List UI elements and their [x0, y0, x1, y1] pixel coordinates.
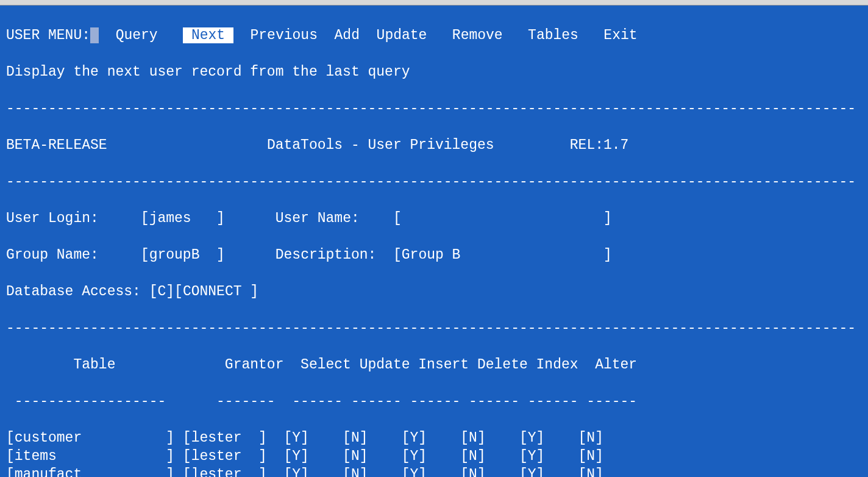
menu-item-update[interactable]: Update: [377, 27, 427, 43]
header-right: REL:1.7: [570, 137, 629, 153]
table-row[interactable]: [manufact ] [lester ] [Y] [N] [Y] [N] [Y…: [6, 465, 862, 477]
menu-item-remove[interactable]: Remove: [452, 27, 503, 43]
divider: ----------------------------------------…: [6, 99, 862, 118]
divider: ----------------------------------------…: [6, 173, 862, 191]
db-access-text-field[interactable]: CONNECT: [183, 284, 250, 299]
description-label: Description:: [276, 247, 377, 263]
form-row-2: Group Name: [groupB ] Description: [Grou…: [6, 246, 862, 264]
db-access-code-field[interactable]: C: [157, 284, 166, 299]
table-body: [customer ] [lester ] [Y] [N] [Y] [N] [Y…: [6, 429, 862, 477]
group-name-field[interactable]: groupB: [149, 247, 216, 263]
header-center: DataTools - User Privileges: [267, 137, 494, 153]
menu-item-query[interactable]: Query: [116, 27, 158, 43]
window-titlebar: [0, 0, 868, 5]
form-row-1: User Login: [james ] User Name: [ ]: [6, 209, 862, 228]
user-login-label: User Login:: [6, 210, 99, 226]
menu-item-exit[interactable]: Exit: [603, 27, 637, 43]
table-row[interactable]: [customer ] [lester ] [Y] [N] [Y] [N] [Y…: [6, 429, 862, 447]
menu-item-tables[interactable]: Tables: [528, 27, 578, 43]
form-row-3: Database Access: [C][CONNECT ]: [6, 282, 862, 301]
user-login-field[interactable]: james: [149, 210, 216, 226]
terminal-screen: USER MENU: Query Next Previous Add Updat…: [0, 5, 868, 477]
group-name-label: Group Name:: [6, 247, 99, 263]
user-name-field[interactable]: [402, 210, 603, 226]
user-name-label: User Name:: [276, 210, 360, 226]
header-line: BETA-RELEASE DataTools - User Privileges…: [6, 136, 862, 154]
description-field[interactable]: Group B: [402, 247, 603, 263]
table-row[interactable]: [items ] [lester ] [Y] [N] [Y] [N] [Y] […: [6, 447, 862, 465]
header-left: BETA-RELEASE: [6, 137, 107, 153]
menu-item-add[interactable]: Add: [335, 27, 360, 43]
divider: ----------------------------------------…: [6, 319, 862, 337]
menu-hint: Display the next user record from the la…: [6, 63, 862, 81]
table-header-underline: ------------------ ------- ------ ------…: [6, 392, 862, 411]
menu-bar: USER MENU: Query Next Previous Add Updat…: [6, 26, 862, 45]
menu-item-previous[interactable]: Previous: [251, 27, 318, 43]
text-cursor: [90, 27, 99, 43]
menu-title: USER MENU:: [6, 27, 90, 43]
table-header: Table Grantor Select Update Insert Delet…: [6, 356, 862, 374]
db-access-label: Database Access:: [6, 284, 141, 299]
menu-item-next[interactable]: Next: [183, 27, 233, 43]
